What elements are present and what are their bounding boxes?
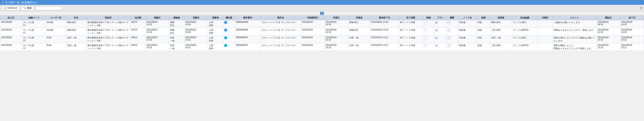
table-cell: 青柳 辰巳 <box>66 28 86 36</box>
table-cell: 2022/06/20 <box>301 28 325 36</box>
search-button[interactable]: 🔍 検索 <box>21 6 34 10</box>
table-cell: 📄 <box>422 36 434 43</box>
table-cell: 59410 <box>130 36 146 43</box>
table-cell: 🕐 <box>446 36 458 43</box>
table-cell: 2022/06/20 <box>301 36 325 43</box>
table-cell <box>223 20 235 28</box>
table-cell: 2022/06/20 <box>0 28 22 36</box>
table-cell: 2022/06/20 <box>301 20 325 28</box>
table-cell: ikuta <box>46 43 66 51</box>
table-cell: 東京都港区赤坂４丁目１５−１ 赤坂ガーデンシティ５階 <box>86 43 130 51</box>
col-toroku-bi: 登録日 <box>146 15 169 20</box>
col-rekishi: 履歴 <box>446 15 458 20</box>
search-input[interactable] <box>36 6 62 10</box>
table-cell: 青柳 辰巳 <box>66 20 86 28</box>
detail-icon[interactable]: 📄 <box>424 21 427 24</box>
table-cell: 生田 一哉 <box>66 36 86 43</box>
table-cell: サンプル課12 <box>512 36 537 43</box>
table-cell: 生田 一哉 <box>169 36 184 43</box>
col-anken-bango: 案件番号 <box>235 15 260 20</box>
table-cell: 青柳 辰巳 <box>490 20 512 28</box>
table-cell: サンプル課11 <box>512 20 537 28</box>
history-icon[interactable]: 🕐 <box>447 44 451 47</box>
table-cell: 0000000007 <box>235 43 260 51</box>
table-cell <box>537 36 552 43</box>
table-cell: 2022/06/20 <box>0 43 22 51</box>
table-cell: 承認者 <box>458 28 476 36</box>
table-cell: 2022/06/20 14:18 <box>324 28 348 36</box>
table-cell: 東京都港区赤坂４丁目１５−１ 赤坂ガーデンシティ４階 <box>86 20 130 28</box>
flow-icon[interactable]: ⊞ <box>435 21 438 24</box>
col-shimei: 氏名 <box>66 15 86 20</box>
table-cell <box>223 36 235 43</box>
toolbar: 📋 CSV出力 🔍 検索 C <box>0 5 644 11</box>
table-cell: 【チュートリアル】サンプルフロー <box>260 43 301 51</box>
table-cell: 0000000006 <box>235 28 260 36</box>
history-icon[interactable]: 🕐 <box>447 36 451 39</box>
table-cell: 2022/06/20 14:19 <box>146 36 169 43</box>
table-cell: ikuta <box>46 36 66 43</box>
table-cell: 資料を添付しましたのでご確認をお願いいたします。 <box>552 36 596 43</box>
flow-icon[interactable]: ⊞ <box>435 28 438 32</box>
history-icon[interactable]: 🕐 <box>447 21 451 24</box>
table-cell: 生田 一哉 <box>348 43 370 51</box>
table-cell: 2022/06/20 14:21 <box>184 43 208 51</box>
table-cell: 2022/06/20 14:19 <box>146 43 169 51</box>
col-genjusho: 現住所 <box>86 15 130 20</box>
table-cell: サンプル部門01 <box>512 43 537 51</box>
col-koshin-sha: 更新者 <box>208 15 223 20</box>
col-yusendo: 優先度 <box>223 15 235 20</box>
table-cell: 2022/06/20 14:21 <box>620 43 644 51</box>
col-comment: コメント <box>552 15 596 20</box>
search-icon: 🔍 <box>23 6 26 9</box>
refresh-button[interactable]: C <box>640 6 642 10</box>
title-text: 完了案件一覧（処理履歴付き） <box>5 1 39 4</box>
table-cell: ⊞ <box>434 28 446 36</box>
table-cell: 問題ありませんでしたので、承認します。 <box>552 28 596 36</box>
col-flow: フロー <box>434 15 446 20</box>
col-anken-mei: 案件名 <box>260 15 301 20</box>
table-cell: 60270 <box>130 20 146 28</box>
col-shinsei-kijun-bi: 申請基準日 <box>301 15 325 20</box>
csv-output-button[interactable]: 📋 CSV出力 <box>2 6 19 10</box>
col-dairi-saki: 代理先 <box>537 15 552 20</box>
data-table-container: 記入日 組織コード ユーザーID 氏名 現住所 合計額 登録日 登録者 更新日 … <box>0 15 644 51</box>
table-cell: 0000000007 <box>235 36 260 43</box>
table-cell: 上田 辰男 <box>208 36 223 43</box>
table-cell: 2022/06/20 14:19 <box>596 36 620 43</box>
detail-icon[interactable]: 📄 <box>424 28 427 32</box>
col-shori: 処理 <box>476 15 490 20</box>
detail-icon[interactable]: 📄 <box>424 36 427 40</box>
table-cell: 2022/06/20 14:20 <box>370 20 399 28</box>
table-cell: 2022/06/20 <box>0 36 22 43</box>
flow-icon[interactable]: ⊞ <box>435 36 438 39</box>
table-cell: 2022/06/20 14:18 <box>596 28 620 36</box>
table-cell: 生田 一哉 <box>169 43 184 51</box>
table-cell: 承認 <box>476 28 490 36</box>
table-cell: ご確認をお願いいたします。 <box>552 20 596 28</box>
table-cell: 上田 辰男 <box>208 20 223 28</box>
title-icon: ✔ <box>2 1 4 4</box>
table-cell: 資料を確認しました。 問題ありませんでしたので承認します。 <box>552 43 596 51</box>
col-gokei: 合計額 <box>130 15 146 20</box>
table-cell: 終了ノード到達 <box>399 36 422 43</box>
table-cell: 2022/06/20 14:20 <box>370 28 399 36</box>
table-cell: 申請 <box>476 36 490 43</box>
table-header-row: 記入日 組織コード ユーザーID 氏名 現住所 合計額 登録日 登録者 更新日 … <box>0 15 644 20</box>
table-cell: 青柳 辰巳 <box>348 28 370 36</box>
table-cell: 生田 一哉 <box>490 36 512 43</box>
table-cell: 2022/06/20 14:21 <box>370 43 399 51</box>
search-label: 検索 <box>27 6 32 10</box>
page-indicator: 1 <box>0 11 644 15</box>
table-cell: 2022/06/20 14:20 <box>184 20 208 28</box>
data-table: 記入日 組織コード ユーザーID 氏名 現住所 合計額 登録日 登録者 更新日 … <box>0 15 644 51</box>
col-node-mei: ノード名 <box>458 15 476 20</box>
flow-icon[interactable]: ⊞ <box>435 44 438 47</box>
history-icon[interactable]: 🕐 <box>447 28 451 32</box>
table-cell: 2022/06/20 14:18 <box>146 20 169 28</box>
detail-icon[interactable]: 📄 <box>424 44 427 47</box>
table-cell: aoyagi <box>46 20 66 28</box>
table-cell: 📄 <box>422 28 434 36</box>
table-row: 2022/06/20サンプル課 12ikuta生田 一哉東京都港区赤坂４丁目１５… <box>0 36 644 43</box>
table-cell <box>537 28 552 36</box>
